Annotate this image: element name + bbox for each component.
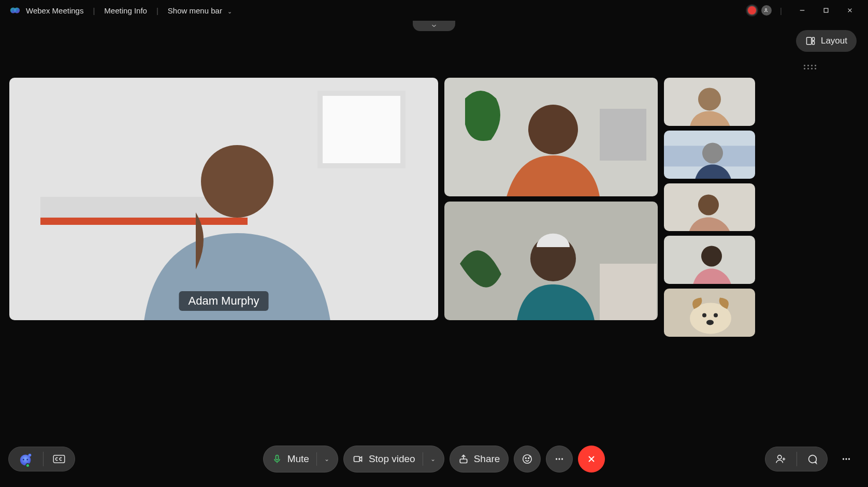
presence-dot-icon — [25, 463, 30, 468]
webex-logo-icon — [9, 5, 21, 16]
svg-point-30 — [714, 313, 718, 318]
separator: | — [156, 6, 158, 15]
more-options-button[interactable] — [546, 446, 573, 472]
show-menu-bar-label: Show menu bar — [168, 6, 222, 15]
chevron-down-icon: ⌄ — [227, 8, 232, 15]
separator — [316, 452, 317, 466]
participant-thumbnail[interactable] — [664, 183, 755, 232]
participants-panel-button[interactable] — [765, 447, 797, 471]
chevron-down-icon[interactable]: ⌄ — [324, 455, 329, 463]
chevron-down-icon[interactable]: ⌄ — [430, 455, 436, 463]
svg-rect-36 — [53, 455, 64, 463]
active-speaker-tile[interactable]: Adam Murphy — [9, 78, 438, 320]
svg-rect-39 — [460, 459, 467, 463]
svg-point-33 — [23, 459, 24, 460]
svg-point-26 — [701, 246, 722, 267]
closed-captions-button[interactable] — [44, 447, 75, 471]
app-name: Webex Meetings — [26, 6, 83, 15]
participant-tile[interactable] — [444, 202, 658, 320]
window-minimize-button[interactable] — [790, 0, 814, 21]
layout-icon — [805, 36, 816, 46]
svg-point-43 — [556, 458, 557, 460]
share-label: Share — [474, 453, 500, 465]
svg-point-22 — [702, 142, 723, 163]
svg-point-34 — [26, 459, 28, 460]
end-meeting-button[interactable] — [578, 446, 605, 472]
svg-point-45 — [561, 458, 563, 460]
svg-rect-16 — [600, 264, 657, 320]
meeting-info-link[interactable]: Meeting Info — [104, 6, 147, 15]
svg-rect-13 — [600, 109, 646, 161]
reveal-menu-bar-chevron[interactable] — [413, 21, 455, 31]
chat-panel-button[interactable] — [797, 447, 827, 471]
svg-point-46 — [778, 455, 782, 459]
svg-point-44 — [559, 458, 560, 460]
panel-options-button[interactable] — [833, 446, 860, 472]
show-menu-bar-link[interactable]: Show menu bar ⌄ — [168, 6, 232, 15]
svg-point-41 — [526, 457, 527, 459]
svg-rect-8 — [320, 93, 403, 166]
svg-point-29 — [702, 313, 706, 318]
window-close-button[interactable] — [838, 0, 862, 21]
separator: | — [780, 6, 782, 15]
svg-point-47 — [843, 458, 844, 460]
svg-point-24 — [698, 194, 719, 215]
stop-video-label: Stop video — [369, 453, 415, 465]
svg-rect-4 — [806, 37, 811, 44]
svg-point-1 — [14, 8, 20, 13]
svg-point-48 — [845, 458, 847, 460]
participant-name-tag: Adam Murphy — [179, 291, 269, 311]
separator: | — [93, 6, 95, 15]
participant-thumbnail[interactable] — [664, 78, 755, 126]
svg-point-19 — [698, 88, 721, 110]
participant-thumbnail[interactable] — [664, 289, 755, 337]
svg-rect-37 — [276, 455, 278, 460]
layout-button[interactable]: Layout — [796, 30, 857, 52]
stop-video-button[interactable]: Stop video ⌄ — [343, 446, 444, 472]
filmstrip-drag-handle[interactable] — [804, 65, 816, 69]
meeting-info-label: Meeting Info — [104, 6, 147, 15]
status-pill-icon[interactable] — [761, 5, 772, 16]
share-button[interactable]: Share — [450, 446, 509, 472]
layout-label: Layout — [821, 36, 847, 46]
svg-point-35 — [28, 454, 32, 457]
camera-icon — [352, 454, 364, 464]
svg-rect-38 — [354, 456, 359, 462]
svg-rect-6 — [812, 41, 814, 45]
window-maximize-button[interactable] — [814, 0, 838, 21]
participant-tile[interactable] — [444, 78, 658, 196]
svg-point-49 — [848, 458, 850, 460]
svg-point-31 — [706, 320, 714, 325]
mute-button[interactable]: Mute ⌄ — [263, 446, 338, 472]
participant-thumbnail[interactable] — [664, 131, 755, 179]
recording-indicator-icon[interactable] — [747, 5, 757, 16]
mute-label: Mute — [287, 453, 309, 465]
microphone-icon — [272, 453, 282, 465]
svg-rect-3 — [824, 8, 828, 12]
participant-thumbnail[interactable] — [664, 236, 755, 284]
svg-rect-10 — [40, 218, 248, 225]
svg-point-11 — [201, 145, 273, 218]
svg-point-42 — [528, 457, 529, 459]
svg-rect-5 — [812, 37, 814, 40]
separator — [423, 452, 423, 466]
reactions-button[interactable] — [514, 446, 541, 472]
svg-point-2 — [765, 9, 767, 10]
share-icon — [458, 454, 469, 464]
ai-assistant-button[interactable] — [9, 447, 43, 471]
svg-point-14 — [528, 105, 578, 154]
